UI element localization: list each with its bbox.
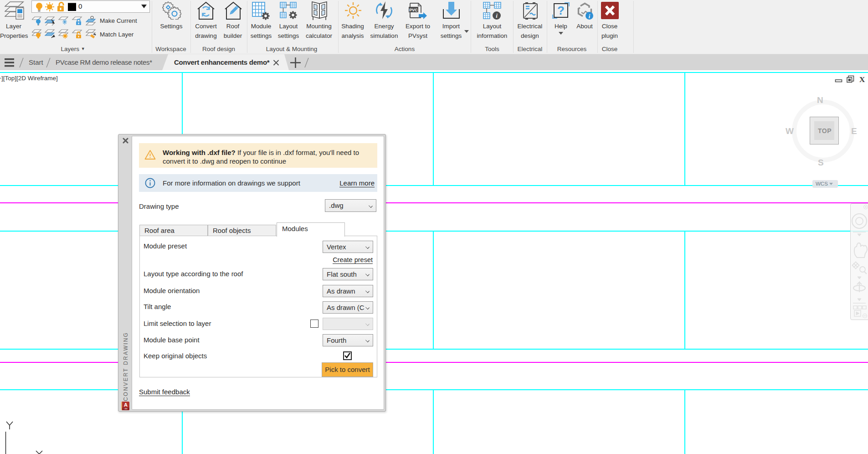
svg-text:i: i (589, 13, 591, 20)
svg-text:i: i (496, 12, 498, 19)
svg-text:X: X (859, 75, 865, 83)
svg-text:?: ? (557, 4, 565, 17)
svg-text:PVC: PVC (409, 8, 418, 12)
